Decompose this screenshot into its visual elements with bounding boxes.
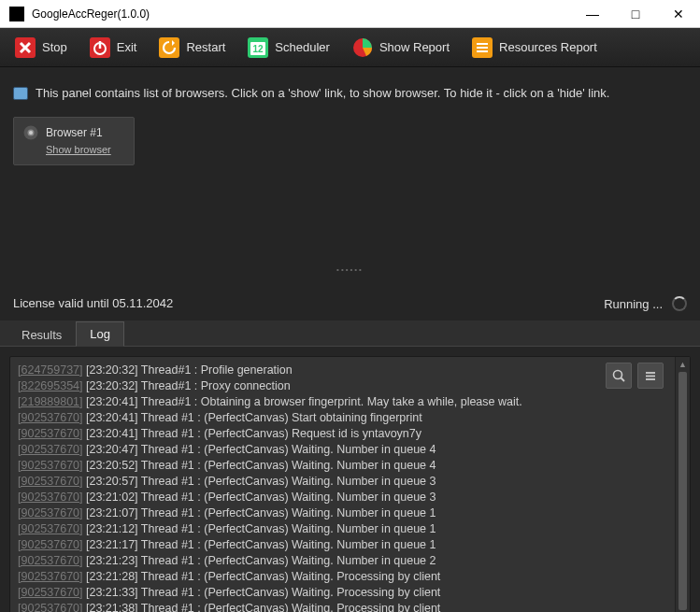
info-icon bbox=[13, 87, 28, 100]
log-text: [23:20:41] Thread #1 : (PerfectCanvas) R… bbox=[83, 427, 421, 440]
resize-grip[interactable]: •••••• bbox=[336, 265, 364, 274]
log-search-button[interactable] bbox=[606, 363, 632, 389]
svg-line-17 bbox=[621, 378, 625, 382]
info-row: This panel contains list of browsers. Cl… bbox=[13, 86, 687, 100]
exit-button[interactable]: Exit bbox=[80, 34, 147, 62]
scroll-up-icon[interactable]: ▲ bbox=[676, 357, 690, 372]
log-id[interactable]: [822695354] bbox=[18, 379, 83, 392]
info-text: This panel contains list of browsers. Cl… bbox=[36, 86, 609, 100]
log-line: [219889801] [23:20:41] Thread#1 : Obtain… bbox=[18, 394, 667, 410]
browser-label: Browser #1 bbox=[46, 126, 103, 139]
log-text: [23:21:28] Thread #1 : (PerfectCanvas) W… bbox=[83, 570, 441, 583]
running-text: Running ... bbox=[604, 297, 663, 311]
log-text: [23:21:38] Thread #1 : (PerfectCanvas) W… bbox=[83, 602, 441, 612]
log-text: [23:20:52] Thread #1 : (PerfectCanvas) W… bbox=[83, 459, 436, 472]
scheduler-button[interactable]: 12 Scheduler bbox=[238, 34, 339, 62]
log-line: [902537670] [23:21:23] Thread #1 : (Perf… bbox=[18, 553, 667, 569]
scheduler-label: Scheduler bbox=[275, 40, 330, 54]
status-bar: License valid until 05.11.2042 Running .… bbox=[0, 294, 700, 320]
close-button[interactable]: ✕ bbox=[657, 0, 700, 28]
svg-text:12: 12 bbox=[253, 44, 264, 54]
log-text: [23:20:32] Thread#1 : Proxy connection bbox=[83, 379, 291, 392]
log-box: [624759737] [23:20:32] Thread#1 : Profil… bbox=[9, 356, 691, 612]
log-line: [902537670] [23:21:17] Thread #1 : (Perf… bbox=[18, 537, 667, 553]
log-menu-button[interactable] bbox=[637, 363, 664, 389]
browser-card: Browser #1 Show browser bbox=[13, 117, 135, 165]
restart-icon bbox=[159, 37, 179, 58]
log-id[interactable]: [902537670] bbox=[18, 586, 83, 599]
license-text: License valid until 05.11.2042 bbox=[13, 296, 173, 311]
resources-report-label: Resources Report bbox=[499, 40, 597, 54]
exit-label: Exit bbox=[117, 40, 137, 54]
log-text: [23:20:57] Thread #1 : (PerfectCanvas) W… bbox=[83, 475, 436, 488]
log-text: [23:21:12] Thread #1 : (PerfectCanvas) W… bbox=[83, 522, 436, 535]
show-report-label: Show Report bbox=[379, 40, 450, 54]
tab-results[interactable]: Results bbox=[7, 322, 76, 347]
log-id[interactable]: [902537670] bbox=[18, 427, 83, 440]
chrome-icon bbox=[23, 125, 38, 140]
exit-icon bbox=[90, 37, 110, 58]
scroll-thumb[interactable] bbox=[679, 372, 687, 610]
stop-icon bbox=[15, 37, 36, 58]
stop-label: Stop bbox=[42, 40, 67, 54]
log-id[interactable]: [902537670] bbox=[18, 411, 83, 424]
tab-log[interactable]: Log bbox=[76, 321, 124, 347]
log-id[interactable]: [902537670] bbox=[18, 570, 83, 583]
log-text: [23:21:33] Thread #1 : (PerfectCanvas) W… bbox=[83, 586, 441, 599]
log-line: [902537670] [23:21:28] Thread #1 : (Perf… bbox=[18, 569, 667, 585]
log-text: [23:20:41] Thread#1 : Obtaining a browse… bbox=[83, 395, 522, 408]
minimize-button[interactable]: — bbox=[571, 0, 614, 28]
log-id[interactable]: [624759737] bbox=[18, 363, 83, 377]
log-line: [902537670] [23:20:47] Thread #1 : (Perf… bbox=[18, 442, 667, 458]
log-text: [23:21:07] Thread #1 : (PerfectCanvas) W… bbox=[83, 506, 436, 519]
titlebar: GoogleAccReger(1.0.0) — □ ✕ bbox=[0, 0, 700, 28]
log-id[interactable]: [902537670] bbox=[18, 506, 83, 519]
log-id[interactable]: [902537670] bbox=[18, 538, 83, 551]
spinner-icon bbox=[672, 296, 687, 311]
resources-report-button[interactable]: Resources Report bbox=[463, 34, 607, 62]
log-line: [822695354] [23:20:32] Thread#1 : Proxy … bbox=[18, 378, 667, 394]
restart-label: Restart bbox=[186, 40, 225, 54]
log-line: [902537670] [23:21:12] Thread #1 : (Perf… bbox=[18, 521, 667, 537]
log-id[interactable]: [902537670] bbox=[18, 491, 83, 504]
log-line: [902537670] [23:21:38] Thread #1 : (Perf… bbox=[18, 601, 667, 612]
log-line: [902537670] [23:21:07] Thread #1 : (Perf… bbox=[18, 505, 667, 521]
log-text: [23:21:17] Thread #1 : (PerfectCanvas) W… bbox=[83, 538, 436, 551]
log-id[interactable]: [902537670] bbox=[18, 475, 83, 488]
log-line: [902537670] [23:20:41] Thread #1 : (Perf… bbox=[18, 426, 667, 442]
log-lines: [624759737] [23:20:32] Thread#1 : Profil… bbox=[10, 357, 675, 612]
log-line: [902537670] [23:20:52] Thread #1 : (Perf… bbox=[18, 458, 667, 474]
app-icon bbox=[9, 7, 24, 21]
log-line: [902537670] [23:21:02] Thread #1 : (Perf… bbox=[18, 490, 667, 505]
show-browser-link[interactable]: Show browser bbox=[46, 144, 124, 155]
stop-button[interactable]: Stop bbox=[6, 34, 77, 62]
log-id[interactable]: [902537670] bbox=[18, 459, 83, 472]
maximize-button[interactable]: □ bbox=[614, 0, 657, 28]
log-line: [902537670] [23:20:41] Thread #1 : (Perf… bbox=[18, 410, 667, 426]
log-text: [23:20:47] Thread #1 : (PerfectCanvas) W… bbox=[83, 443, 436, 456]
svg-point-15 bbox=[29, 131, 33, 135]
log-line: [902537670] [23:21:33] Thread #1 : (Perf… bbox=[18, 585, 667, 601]
resources-report-icon bbox=[472, 37, 493, 58]
log-text: [23:21:23] Thread #1 : (PerfectCanvas) W… bbox=[83, 554, 436, 567]
scheduler-icon: 12 bbox=[248, 37, 268, 58]
log-id[interactable]: [902537670] bbox=[18, 554, 83, 567]
svg-rect-4 bbox=[159, 37, 179, 58]
log-id[interactable]: [219889801] bbox=[18, 395, 83, 408]
log-panel: [624759737] [23:20:32] Thread#1 : Profil… bbox=[0, 347, 700, 612]
log-text: [23:20:32] Thread#1 : Profile generation bbox=[83, 363, 293, 377]
window-title: GoogleAccReger(1.0.0) bbox=[32, 7, 571, 21]
show-report-icon bbox=[352, 37, 373, 58]
browser-panel: This panel contains list of browsers. Cl… bbox=[0, 67, 700, 294]
svg-point-16 bbox=[614, 371, 622, 379]
show-report-button[interactable]: Show Report bbox=[343, 34, 459, 62]
log-scrollbar[interactable]: ▲ ▼ bbox=[675, 357, 690, 612]
log-id[interactable]: [902537670] bbox=[18, 443, 83, 456]
restart-button[interactable]: Restart bbox=[150, 34, 235, 62]
log-text: [23:20:41] Thread #1 : (PerfectCanvas) S… bbox=[83, 411, 422, 424]
log-line: [902537670] [23:20:57] Thread #1 : (Perf… bbox=[18, 474, 667, 490]
log-id[interactable]: [902537670] bbox=[18, 602, 83, 612]
tab-row: Results Log bbox=[0, 320, 700, 347]
log-id[interactable]: [902537670] bbox=[18, 522, 83, 535]
log-line: [624759737] [23:20:32] Thread#1 : Profil… bbox=[18, 363, 667, 378]
